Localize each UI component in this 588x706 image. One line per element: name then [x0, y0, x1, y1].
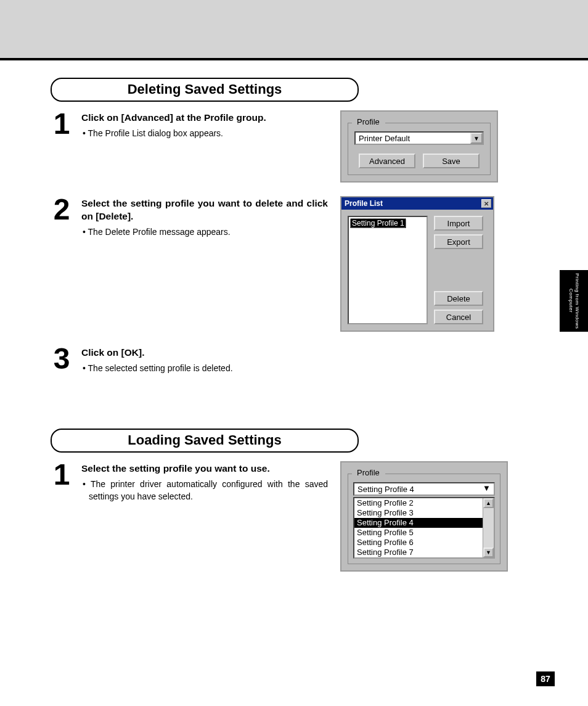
step-bullet: The Delete Profile message appears.	[81, 226, 328, 238]
combobox-option[interactable]: Setting Profile 6	[354, 538, 483, 548]
step-text: Click on [Advanced] at the Profile group…	[81, 110, 328, 139]
header-bar	[0, 0, 588, 59]
spacer	[434, 253, 483, 287]
step-bullet: The selected setting profile is deleted.	[81, 362, 328, 374]
step-number: 3	[51, 345, 73, 372]
combobox-option-selected[interactable]: Setting Profile 4	[354, 518, 483, 528]
groupbox-label: Profile	[354, 468, 382, 477]
combobox-option[interactable]: Setting Profile 5	[354, 528, 483, 538]
scroll-up-icon[interactable]: ▲	[483, 498, 494, 508]
page: Deleting Saved Settings 1 Click on [Adva…	[0, 60, 588, 706]
step-number: 2	[51, 196, 73, 223]
screenshot-profile-list-dialog: Profile List ✕ Setting Profile 1 Import …	[340, 196, 494, 332]
group-panel: Profile Printer Default ▼ Advanced Save	[340, 110, 498, 183]
step-bold: Click on [Advanced] at the Profile group…	[81, 112, 328, 125]
step-bullet: The printer driver automatically configu…	[81, 478, 328, 503]
screenshot-profile-group: Profile Printer Default ▼ Advanced Save	[340, 110, 498, 183]
step-text: Select the setting profile you want to u…	[81, 461, 328, 503]
groupbox-label: Profile	[354, 117, 382, 126]
profile-groupbox: Profile Printer Default ▼ Advanced Save	[348, 123, 491, 175]
section-gap	[51, 388, 500, 426]
step-bold: Select the setting profile you want to u…	[81, 462, 328, 475]
scroll-down-icon[interactable]: ▼	[483, 548, 494, 557]
screenshot-profile-dropdown-open: Profile Setting Profile 4 ▼ Setting Prof…	[340, 461, 508, 572]
dropdown-value: Printer Default	[356, 133, 470, 144]
chevron-down-icon[interactable]: ▼	[483, 483, 494, 495]
combobox-field[interactable]: Setting Profile 4 ▼	[353, 482, 495, 496]
listbox-selected-item[interactable]: Setting Profile 1	[350, 218, 406, 228]
combobox-option[interactable]: Setting Profile 7	[354, 548, 483, 557]
dialog-buttons: Import Export Delete Cancel	[434, 216, 483, 324]
dialog-title: Profile List	[345, 199, 383, 208]
scrollbar[interactable]: ▲ ▼	[483, 498, 494, 557]
step-text: Click on [OK]. The selected setting prof…	[81, 345, 328, 374]
step-number: 1	[51, 110, 73, 137]
dialog-body: Setting Profile 1 Import Export Delete C…	[341, 210, 493, 330]
section-heading-deleting: Deleting Saved Settings	[51, 78, 359, 102]
step-row: 3 Click on [OK]. The selected setting pr…	[51, 345, 500, 374]
chapter-tab: Printing from Windows Computer	[560, 270, 588, 332]
profile-dropdown[interactable]: Printer Default ▼	[354, 131, 484, 145]
profile-combobox-open[interactable]: Setting Profile 4 ▼ Setting Profile 2 Se…	[353, 482, 495, 559]
group-panel: Profile Setting Profile 4 ▼ Setting Prof…	[340, 461, 508, 572]
step-text: Select the setting profile you want to d…	[81, 196, 328, 238]
export-button[interactable]: Export	[434, 234, 483, 249]
delete-button[interactable]: Delete	[434, 291, 483, 306]
step-row: 1 Select the setting profile you want to…	[51, 461, 500, 572]
combobox-value: Setting Profile 4	[354, 483, 483, 495]
page-number: 87	[536, 671, 555, 686]
chevron-down-icon[interactable]: ▼	[470, 133, 483, 144]
step-number: 1	[51, 461, 73, 488]
profile-groupbox: Profile Setting Profile 4 ▼ Setting Prof…	[348, 474, 500, 564]
button-row: Advanced Save	[354, 154, 484, 168]
combobox-list: Setting Profile 2 Setting Profile 3 Sett…	[353, 497, 495, 559]
step-bold: Click on [OK].	[81, 347, 328, 359]
close-icon[interactable]: ✕	[481, 199, 491, 208]
advanced-button[interactable]: Advanced	[359, 154, 415, 168]
dialog: Profile List ✕ Setting Profile 1 Import …	[340, 196, 494, 332]
profile-listbox[interactable]: Setting Profile 1	[348, 216, 428, 324]
step-bold: Select the setting profile you want to d…	[81, 197, 328, 223]
import-button[interactable]: Import	[434, 216, 483, 231]
scroll-track[interactable]	[483, 508, 494, 548]
step-row: 1 Click on [Advanced] at the Profile gro…	[51, 110, 500, 183]
combobox-option[interactable]: Setting Profile 3	[354, 508, 483, 518]
step-bullet: The Profile List dialog box appears.	[81, 127, 328, 139]
combobox-option[interactable]: Setting Profile 2	[354, 498, 483, 508]
content-area: Deleting Saved Settings 1 Click on [Adva…	[51, 75, 500, 585]
save-button[interactable]: Save	[423, 154, 480, 168]
combobox-options: Setting Profile 2 Setting Profile 3 Sett…	[354, 498, 483, 557]
step-row: 2 Select the setting profile you want to…	[51, 196, 500, 332]
dialog-titlebar: Profile List ✕	[341, 197, 493, 210]
section-heading-loading: Loading Saved Settings	[51, 429, 359, 453]
cancel-button[interactable]: Cancel	[434, 310, 483, 324]
